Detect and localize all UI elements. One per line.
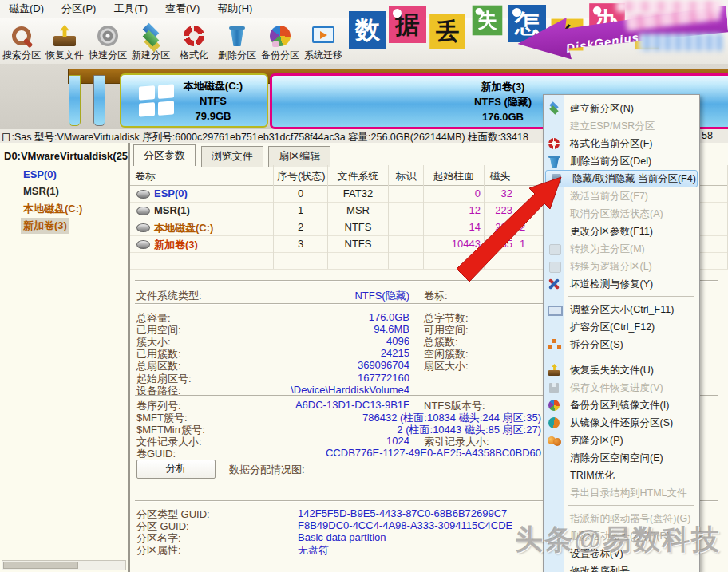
- scrollbar-thumb[interactable]: [3, 562, 78, 569]
- menu-item-convert-logical[interactable]: 转换为逻辑分区(L): [544, 258, 699, 275]
- partition-size: 79.9GB: [160, 109, 267, 124]
- menu-item-delete-partition[interactable]: 删除当前分区(Del): [544, 152, 699, 170]
- bad-sector-icon: [544, 275, 564, 293]
- menu-item-format-partition[interactable]: 格式化当前分区(F): [544, 135, 699, 152]
- menu-item-create-new-partition[interactable]: 建立新分区(N): [544, 100, 699, 117]
- col-filesystem: 文件系统: [328, 165, 389, 185]
- menu-disk[interactable]: 磁盘(D): [0, 0, 53, 18]
- menu-partition[interactable]: 分区(P): [53, 0, 105, 18]
- partition-bar-c[interactable]: 本地磁盘(C:) NTFS 79.9GB: [120, 73, 268, 128]
- diskgenius-window: 磁盘(D) 分区(P) 工具(T) 查看(V) 帮助(H) 搜索分区 恢复文件 …: [0, 0, 728, 572]
- toolbar-quick-partition[interactable]: 快速分区: [86, 19, 129, 64]
- tab-browse-files[interactable]: 浏览文件: [201, 146, 263, 167]
- system-migrate-icon: [311, 23, 336, 49]
- menu-item-trim-optimize[interactable]: TRIM优化: [544, 467, 699, 484]
- watermark-text: 头条@易数科技: [515, 521, 721, 558]
- toolbar-format[interactable]: 格式化: [172, 19, 216, 64]
- toolbar-button-label: 系统迁移: [304, 49, 342, 62]
- tab-sector-edit[interactable]: 扇区编辑: [268, 146, 330, 167]
- tree-item-msr[interactable]: MSR(1): [21, 184, 61, 198]
- menu-item-restore-from-image[interactable]: 从镜像文件还原分区(S): [544, 414, 699, 432]
- menu-item-save-recovery-progress[interactable]: 保存文件恢复进度(V): [544, 379, 699, 396]
- toolbar-button-label: 恢复文件: [46, 49, 84, 62]
- tree-item-local-c[interactable]: 本地磁盘(C:): [21, 201, 85, 217]
- toolbar-button-label: 新建分区: [132, 49, 170, 62]
- menu-separator: [544, 353, 699, 361]
- toolbar-delete-partition[interactable]: 删除分区: [216, 19, 259, 64]
- delete-partition-icon: [224, 23, 250, 49]
- recover-files-icon: [52, 23, 77, 49]
- backup-icon: [544, 396, 564, 414]
- toolbar-backup-partition[interactable]: 备份分区: [259, 19, 302, 64]
- tab-partition-parameters[interactable]: 分区参数: [133, 144, 196, 166]
- partition-name: 新加卷(3): [272, 80, 728, 95]
- banner-tile: 数: [349, 11, 386, 49]
- col-flag: 标识: [389, 165, 424, 185]
- new-partition-icon: [138, 23, 164, 49]
- toolbar-button-label: 备份分区: [261, 49, 299, 62]
- windows-logo-icon: [139, 84, 174, 116]
- banner-tile: 丢: [429, 14, 465, 49]
- menu-item-change-volume-serial[interactable]: 修改卷序列号: [544, 562, 699, 572]
- menu-item-backup-to-image[interactable]: 备份分区到镜像文件(I): [544, 396, 699, 414]
- menu-item-export-html[interactable]: 导出目录结构到HTML文件: [544, 484, 699, 502]
- resize-icon: [544, 301, 564, 318]
- partition-name: 本地磁盘(C:): [160, 79, 267, 94]
- tree-item-new-volume-3[interactable]: 新加卷(3): [21, 218, 69, 234]
- detail-row: 分区属性: 无盘符: [136, 543, 329, 558]
- menu-item-clone-partition[interactable]: 克隆分区(P): [544, 432, 699, 449]
- partition-fs: NTFS: [160, 94, 267, 109]
- disk-info-fragment: 58: [702, 130, 713, 141]
- split-icon: [544, 336, 564, 353]
- menu-separator: [544, 502, 699, 510]
- quick-partition-icon: [95, 23, 121, 49]
- menu-item-activate-partition[interactable]: 激活当前分区(F7): [544, 187, 699, 205]
- menu-item-deactivate-partition[interactable]: 取消分区激活状态(A): [544, 205, 699, 223]
- menu-item-extend-partition[interactable]: 扩容分区(Ctrl_F12): [544, 318, 699, 336]
- backup-partition-icon: [267, 23, 293, 49]
- menu-item-recover-lost-files[interactable]: 恢复丢失的文件(U): [544, 361, 699, 379]
- banner-tile: 失: [473, 6, 503, 36]
- data-allocation-label: 数据分配情况图:: [229, 463, 305, 477]
- save-icon: [544, 379, 564, 396]
- toolbar-system-migrate[interactable]: 系统迁移: [302, 19, 345, 64]
- context-menu: 建立新分区(N) 建立ESP/MSR分区 格式化当前分区(F) 删除当前分区(D…: [543, 94, 700, 572]
- col-volume-label: 卷标: [130, 165, 274, 185]
- menu-item-split-partition[interactable]: 拆分分区(S): [544, 336, 699, 353]
- disk-tree-panel: D0:VMwareVirtualdisk(25 ESP(0) MSR(1) 本地…: [0, 143, 128, 572]
- menu-item-hide-unhide-partition[interactable]: 隐藏/取消隐藏 当前分区(F4): [545, 170, 698, 187]
- menu-item-wipe-free-space[interactable]: 清除分区空闲空间(E): [544, 449, 699, 467]
- menu-help[interactable]: 帮助(H): [208, 0, 261, 18]
- censored-text-blur: [639, 34, 723, 51]
- menu-item-change-parameters[interactable]: 更改分区参数(F11): [544, 223, 699, 240]
- menu-item-resize-partition[interactable]: 调整分区大小(Ctrl_F11): [544, 301, 699, 318]
- toolbar-button-label: 格式化: [180, 49, 208, 62]
- new-partition-icon: [544, 100, 564, 117]
- menu-tools[interactable]: 工具(T): [105, 0, 156, 18]
- tree-item-esp[interactable]: ESP(0): [21, 168, 59, 181]
- clone-icon: [544, 432, 564, 449]
- toolbar-button-label: 删除分区: [218, 49, 256, 62]
- tree-horizontal-scrollbar[interactable]: [2, 560, 126, 570]
- analyze-button[interactable]: 分析: [136, 460, 216, 479]
- toolbar-button-label: 搜索分区: [2, 49, 41, 62]
- partition-bar-msr[interactable]: [93, 75, 105, 126]
- format-icon: [181, 23, 207, 49]
- toolbar-recover-files[interactable]: 恢复文件: [43, 19, 86, 64]
- format-icon: [544, 135, 564, 152]
- recover-icon: [544, 361, 564, 379]
- delete-icon: [544, 152, 564, 170]
- banner-tile: 据: [389, 6, 426, 43]
- menu-item-bad-sector-check[interactable]: 坏道检测与修复(Y): [544, 275, 699, 293]
- partition-bar-esp[interactable]: [69, 75, 81, 126]
- censored-text-blur: [616, 1, 722, 12]
- menu-view[interactable]: 查看(V): [156, 0, 208, 18]
- toolbar-search-partition[interactable]: 搜索分区: [0, 19, 43, 64]
- detail-underline: [135, 303, 556, 305]
- col-head: 磁头: [485, 165, 516, 185]
- search-partition-icon: [9, 23, 34, 49]
- toolbar-new-partition[interactable]: 新建分区: [129, 19, 172, 64]
- menu-item-convert-primary[interactable]: 转换为主分区(M): [544, 240, 699, 258]
- menu-item-create-esp-msr[interactable]: 建立ESP/MSR分区: [544, 117, 699, 135]
- tree-item-disk0[interactable]: D0:VMwareVirtualdisk(25: [2, 149, 130, 163]
